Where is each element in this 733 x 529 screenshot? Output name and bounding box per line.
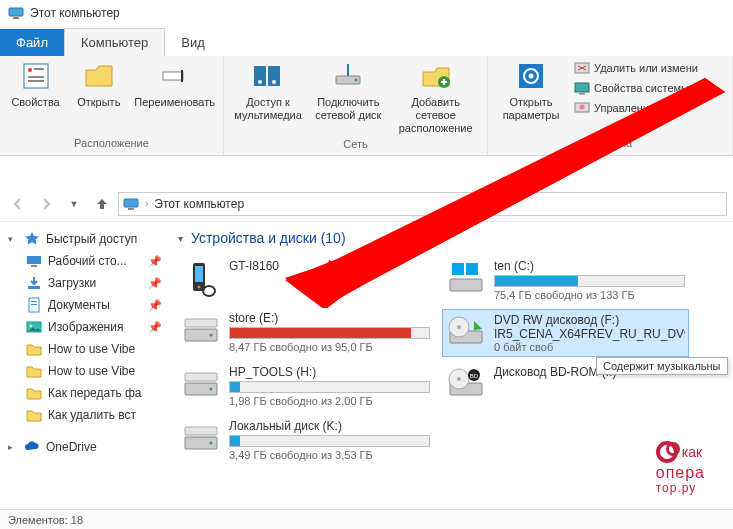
map-drive-button[interactable]: Подключить сетевой диск — [312, 60, 384, 122]
manage-button[interactable]: Управление — [574, 100, 698, 116]
open-settings-button[interactable]: Открыть параметры — [496, 60, 566, 122]
sidebar-item[interactable]: Как передать фа — [4, 382, 166, 404]
tab-file[interactable]: Файл — [0, 29, 64, 56]
nav-back[interactable] — [6, 192, 30, 216]
svg-point-39 — [210, 334, 213, 337]
svg-rect-1 — [13, 17, 19, 19]
titlebar: Этот компьютер — [0, 0, 733, 26]
svg-rect-43 — [185, 373, 217, 381]
folder-icon — [26, 407, 42, 423]
properties-icon — [20, 60, 52, 92]
svg-point-33 — [30, 325, 33, 328]
nav-recent[interactable]: ▼ — [62, 192, 86, 216]
pin-icon: 📌 — [148, 299, 162, 312]
drive-item[interactable]: store (E:)8,47 ГБ свободно из 95,0 ГБ — [178, 308, 433, 356]
rename-button[interactable]: Переименовать — [134, 60, 215, 109]
sidebar-onedrive[interactable]: ▸ OneDrive — [4, 436, 166, 458]
sidebar-item[interactable]: How to use Vibe — [4, 360, 166, 382]
desktop-icon — [26, 253, 42, 269]
chevron-down-icon: ▾ — [178, 233, 183, 244]
breadcrumb[interactable]: Этот компьютер — [154, 197, 244, 211]
folder-icon — [26, 363, 42, 379]
properties-button[interactable]: Свойства — [8, 60, 63, 109]
tab-view[interactable]: Вид — [165, 29, 221, 56]
svg-rect-26 — [27, 256, 41, 264]
usage-bar — [229, 327, 430, 339]
ribbon-group-system: Открыть параметры Удалить или измени Сво… — [488, 56, 733, 155]
svg-rect-8 — [181, 70, 183, 82]
svg-rect-0 — [9, 8, 23, 16]
usage-bar — [229, 381, 430, 393]
svg-point-11 — [258, 80, 262, 84]
drive-item[interactable]: ten (C:)75,4 ГБ свободно из 133 ГБ — [443, 256, 688, 304]
drive-subtext: 8,47 ГБ свободно из 95,0 ГБ — [229, 341, 430, 353]
nav-forward[interactable] — [34, 192, 58, 216]
svg-rect-5 — [28, 76, 44, 78]
ribbon: Свойства Открыть Переименовать Расположе… — [0, 56, 733, 156]
pin-icon: 📌 — [148, 277, 162, 290]
svg-text:BD: BD — [470, 373, 479, 379]
nav-up[interactable] — [90, 192, 114, 216]
drive-name: HP_TOOLS (H:) — [229, 365, 430, 379]
svg-point-45 — [210, 442, 213, 445]
address-bar[interactable]: › Этот компьютер — [118, 192, 727, 216]
ribbon-tabs: Файл Компьютер Вид — [0, 26, 733, 56]
tab-computer[interactable]: Компьютер — [64, 28, 165, 56]
sidebar-item[interactable]: Как удалить вст — [4, 404, 166, 426]
status-bar: Элементов: 18 — [0, 509, 733, 529]
sidebar-item[interactable]: How to use Vibe — [4, 338, 166, 360]
drive-subtext: 3,49 ГБ свободно из 3,53 ГБ — [229, 449, 430, 461]
drive-item[interactable]: HP_TOOLS (H:)1,98 ГБ свободно из 2,00 ГБ — [178, 362, 433, 410]
svg-rect-46 — [185, 427, 217, 435]
chevron-down-icon: ▾ — [8, 234, 18, 244]
drive-item[interactable]: GT-I8160 — [178, 256, 433, 302]
open-button[interactable]: Открыть — [71, 60, 126, 109]
media-icon — [252, 60, 284, 92]
sidebar-item[interactable]: Изображения📌 — [4, 316, 166, 338]
svg-rect-49 — [466, 263, 478, 275]
nav-strip: ▼ › Этот компьютер — [0, 186, 733, 222]
svg-point-18 — [529, 74, 534, 79]
chevron-right-icon: › — [145, 198, 148, 209]
document-icon — [26, 297, 42, 313]
add-network-button[interactable]: Добавить сетевое расположение — [392, 60, 479, 136]
group-label-network: Сеть — [232, 136, 479, 152]
drive-label: IR5_CENA_X64FREV_RU_RU_DV9 — [494, 327, 685, 341]
drive-subtext: 1,98 ГБ свободно из 2,00 ГБ — [229, 395, 430, 407]
chevron-right-icon: ▸ — [8, 442, 18, 452]
media-access-button[interactable]: Доступ к мультимедиа — [232, 60, 304, 122]
svg-point-3 — [28, 68, 32, 72]
drive-icon — [181, 365, 221, 405]
svg-rect-24 — [124, 199, 138, 207]
svg-point-14 — [355, 79, 358, 82]
group-label-location: Расположение — [8, 135, 215, 151]
svg-point-12 — [272, 80, 276, 84]
tooltip: Содержит музыкальны — [596, 357, 728, 375]
svg-point-23 — [580, 105, 585, 110]
sidebar-item[interactable]: Загрузки📌 — [4, 272, 166, 294]
group-header-devices[interactable]: ▾ Устройства и диски (10) — [178, 226, 725, 256]
system-props-icon — [574, 80, 590, 96]
svg-rect-47 — [450, 279, 482, 291]
usage-bar — [229, 435, 430, 447]
drive-item[interactable]: Локальный диск (K:)3,49 ГБ свободно из 3… — [178, 416, 433, 464]
map-drive-icon — [332, 60, 364, 92]
cloud-icon — [24, 439, 40, 455]
window-title: Этот компьютер — [30, 6, 120, 20]
system-properties-button[interactable]: Свойства системы — [574, 80, 698, 96]
sidebar-quick-access[interactable]: ▾ Быстрый доступ — [4, 228, 166, 250]
svg-point-42 — [210, 388, 213, 391]
drive-icon — [446, 313, 486, 353]
svg-rect-6 — [28, 80, 44, 82]
sidebar-item[interactable]: Документы📌 — [4, 294, 166, 316]
add-network-icon — [420, 60, 452, 92]
uninstall-button[interactable]: Удалить или измени — [574, 60, 698, 76]
svg-rect-28 — [28, 286, 40, 289]
svg-point-52 — [457, 325, 461, 329]
drive-item[interactable]: DVD RW дисковод (F:)IR5_CENA_X64FREV_RU_… — [443, 310, 688, 356]
ribbon-group-network: Доступ к мультимедиа Подключить сетевой … — [224, 56, 488, 155]
drive-icon — [181, 259, 221, 299]
svg-rect-20 — [575, 83, 589, 92]
image-icon — [26, 319, 42, 335]
sidebar-item[interactable]: Рабочий сто...📌 — [4, 250, 166, 272]
